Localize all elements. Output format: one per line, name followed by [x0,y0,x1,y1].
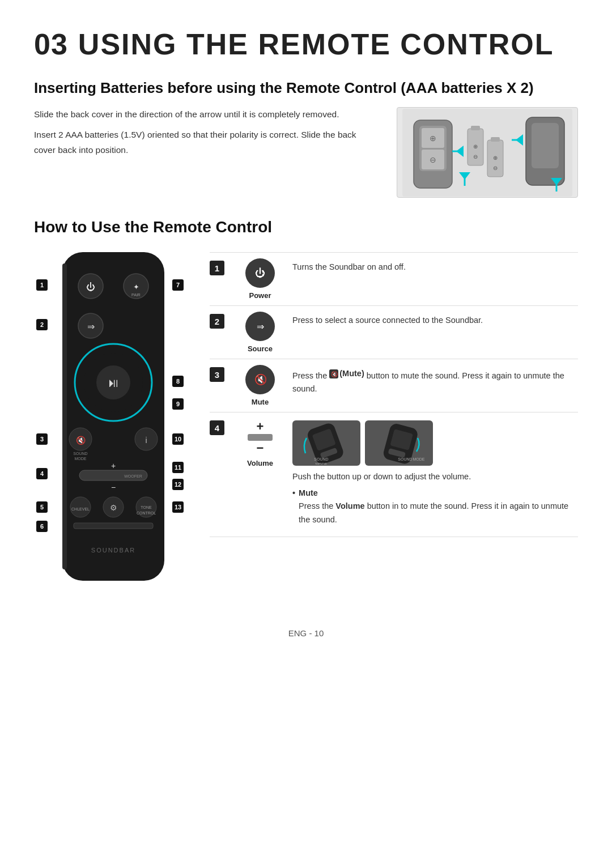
volume-num-cell: 4 [210,412,235,435]
bullet-text: Mute Press the Volume button in to mute … [299,487,573,526]
remote-svg: ⏻ ✦ PAIR ⇒ [34,252,193,603]
svg-text:⊖: ⊖ [493,165,498,171]
badge-6: 6 [36,521,48,532]
volume-label: Volume [247,459,273,467]
power-description: Turns the Soundbar on and off. [286,253,578,305]
badge-2: 2 [36,319,48,330]
mute-label: Mute [252,398,269,406]
badge-7: 7 [172,279,184,291]
source-label: Source [248,344,273,353]
svg-text:+: + [111,461,116,470]
badge-1: 1 [36,279,48,291]
volume-icon-cell: + − Volume [235,412,286,473]
source-icon-cell: ⇒ Source [235,306,286,359]
volume-icon-area: + − [248,420,273,454]
mute-bold-label: (Mute) [339,367,364,380]
svg-text:🔇: 🔇 [76,436,86,445]
svg-text:⚙: ⚙ [110,503,117,512]
vol-img-right-svg: SOUND MODE [367,422,432,465]
power-label: Power [249,291,271,300]
svg-text:CHLEVEL: CHLEVEL [71,507,90,511]
svg-rect-26 [62,263,67,569]
source-icon: ⇒ [257,321,264,332]
howto-title: How to Use the Remote Control [34,218,578,236]
bullet-dot: • [292,487,295,526]
svg-text:⊕: ⊕ [430,134,436,143]
battery-content: Slide the back cover in the direction of… [34,107,578,198]
mute-bullet-label: Mute [299,488,318,497]
chapter-title: USING THE REMOTE CONTROL [78,27,554,61]
volume-img-right: SOUND MODE [365,420,433,466]
mute-small-icon: 🔇 [329,369,338,378]
volume-description: SOUND MODE [286,412,578,534]
svg-text:⏯: ⏯ [107,376,120,390]
svg-rect-22 [532,123,559,168]
page-title: 03 USING THE REMOTE CONTROL [34,27,578,61]
svg-rect-10 [471,126,480,130]
svg-text:PAIR: PAIR [131,293,141,297]
volume-img-left: SOUND MODE [292,420,360,466]
badge-10: 10 [172,433,184,445]
howto-content: ⏻ ✦ PAIR ⇒ [34,252,578,606]
power-num-cell: 1 [210,253,235,305]
source-num-cell: 2 [210,306,235,359]
chapter-number: 03 [34,27,68,61]
volume-plus-icon: + [257,420,264,433]
button-row-power: 1 ⏻ Power Turns the Soundbar on and off. [210,252,578,306]
svg-text:SOUND: SOUND [73,452,87,456]
svg-text:⊖: ⊖ [473,154,478,160]
volume-images: SOUND MODE [292,420,573,466]
mute-description: Press the 🔇 (Mute) button to mute the so… [286,359,578,412]
badge-4: 4 [36,468,48,479]
source-icon-circle: ⇒ [245,312,275,341]
volume-bold: Volume [335,501,364,510]
button-row-source: 2 ⇒ Source Press to select a source conn… [210,306,578,359]
badge-12: 12 [172,479,184,490]
howto-section: How to Use the Remote Control ⏻ [34,218,578,606]
svg-text:⊖: ⊖ [430,155,436,164]
battery-text1: Slide the back cover in the direction of… [34,107,380,122]
mute-icon-circle: 🔇 [245,365,275,394]
svg-text:⊕: ⊕ [493,155,498,161]
svg-text:WOOFER: WOOFER [124,474,142,478]
battery-illustration: ⊕ ⊖ ⊕ ⊖ ⊕ ⊖ [397,107,578,198]
source-description: Press to select a source connected to th… [286,306,578,359]
volume-main-desc: Push the button up or down to adjust the… [292,472,471,481]
svg-text:MODE: MODE [315,462,327,465]
power-badge: 1 [210,261,224,275]
svg-text:SOUND: SOUND [398,457,412,461]
battery-section: Inserting Batteries before using the Rem… [34,79,578,198]
power-icon: ⏻ [255,267,265,279]
badge-11: 11 [172,462,184,473]
svg-text:i: i [145,436,147,445]
volume-desc-text: Push the button up or down to adjust the… [292,470,573,526]
svg-text:⏻: ⏻ [86,282,95,292]
badge-8: 8 [172,376,184,387]
button-reference-table: 1 ⏻ Power Turns the Soundbar on and off.… [210,252,578,537]
source-badge: 2 [210,314,224,329]
svg-text:🔇: 🔇 [254,373,267,386]
battery-svg: ⊕ ⊖ ⊕ ⊖ ⊕ ⊖ [402,109,572,197]
mute-icon-cell: 🔇 Mute [235,359,286,412]
svg-text:⊕: ⊕ [473,143,478,150]
svg-text:SOUNDBAR: SOUNDBAR [91,547,135,554]
remote-diagram: ⏻ ✦ PAIR ⇒ [34,252,193,606]
button-row-volume: 4 + − Volume [210,412,578,537]
mute-svg-icon: 🔇 [252,372,268,388]
svg-rect-14 [491,137,500,142]
button-row-mute: 3 🔇 Mute Press the [210,359,578,412]
svg-text:−: − [111,483,116,492]
page-footer: ENG - 10 [34,628,578,638]
page-number: ENG - 10 [288,628,324,638]
remote-svg-wrapper: ⏻ ✦ PAIR ⇒ [34,252,193,606]
mute-badge: 3 [210,367,224,382]
power-icon-cell: ⏻ Power [235,253,286,305]
svg-rect-55 [74,523,153,529]
battery-title: Inserting Batteries before using the Rem… [34,79,578,97]
svg-text:MODE: MODE [75,457,87,461]
vol-img-left-svg: SOUND MODE [294,422,359,465]
volume-badge: 4 [210,420,224,435]
battery-text2: Insert 2 AAA batteries (1.5V) oriented s… [34,127,380,158]
svg-text:TONE: TONE [141,505,152,509]
svg-text:⇒: ⇒ [87,322,95,331]
